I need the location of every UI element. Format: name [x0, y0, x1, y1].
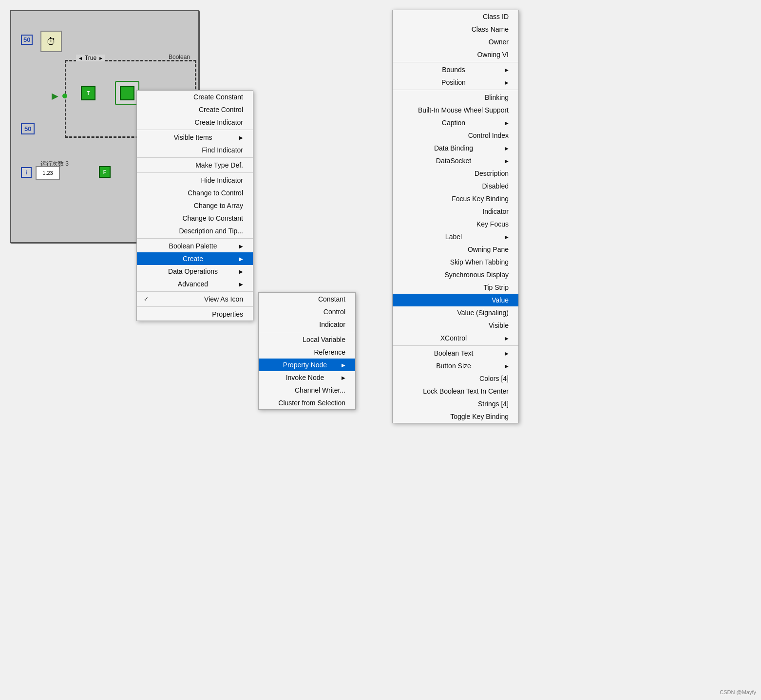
menu-item-description-tip[interactable]: ✓Description and Tip... [137, 225, 253, 237]
menu-separator [393, 90, 518, 90]
create-menu-item-invoke-node[interactable]: ✓Invoke Node▶ [259, 371, 355, 384]
menu-item-create-constant[interactable]: ✓Create Constant [137, 91, 253, 103]
menu-item-label: Position [441, 78, 466, 86]
prop-menu-item-description[interactable]: ✓Description [393, 167, 518, 180]
menu-item-hide-indicator[interactable]: ✓Hide Indicator [137, 174, 253, 187]
prop-menu-item-owner[interactable]: ✓Owner [393, 36, 518, 48]
checkmark-spacer: ✓ [144, 94, 149, 100]
create-menu-item-channel-writer[interactable]: ✓Channel Writer... [259, 384, 355, 397]
checkmark-spacer: ✓ [144, 227, 149, 234]
prop-menu-item-xcontrol[interactable]: ✓XControl▶ [393, 332, 518, 344]
prop-menu-item-lock-boolean-text[interactable]: ✓Lock Boolean Text In Center [393, 385, 518, 397]
f-bool-indicator: F [99, 166, 111, 178]
prop-menu-item-caption[interactable]: ✓Caption▶ [393, 116, 518, 129]
timer-icon: ⏱ [40, 31, 62, 52]
menu-item-label: Lock Boolean Text In Center [423, 387, 509, 395]
prop-menu-item-owning-vi[interactable]: ✓Owning VI [393, 48, 518, 61]
prop-menu-item-blinking[interactable]: ✓Blinking [393, 91, 518, 104]
prop-menu-item-boolean-text[interactable]: ✓Boolean Text▶ [393, 347, 518, 359]
menu-item-label: Synchronous Display [444, 271, 509, 279]
menu-item-label: Change to Array [194, 202, 243, 209]
prop-menu-item-indicator[interactable]: ✓Indicator [393, 205, 518, 218]
prop-menu-item-strings-4[interactable]: ✓Strings [4] [393, 397, 518, 410]
checkmark-spacer: ✓ [144, 243, 149, 249]
prop-menu-item-class-name[interactable]: ✓Class Name [393, 23, 518, 36]
prop-menu-item-disabled[interactable]: ✓Disabled [393, 180, 518, 192]
menu-item-create-indicator[interactable]: ✓Create Indicator [137, 116, 253, 129]
prop-menu-item-toggle-key-binding[interactable]: ✓Toggle Key Binding [393, 410, 518, 423]
prop-menu-item-value[interactable]: ✓Value [393, 294, 518, 306]
create-menu-item-cluster-from-selection[interactable]: ✓Cluster from Selection [259, 397, 355, 409]
create-menu-item-create-constant-sub[interactable]: ✓Constant [259, 293, 355, 305]
checkmark-spacer: ✓ [144, 268, 149, 275]
menu-item-advanced[interactable]: ✓Advanced▶ [137, 278, 253, 290]
checkmark-icon: ✓ [144, 296, 149, 303]
prop-menu-item-visible[interactable]: ✓Visible [393, 319, 518, 332]
checkmark-spacer: ✓ [400, 413, 404, 420]
checkmark-spacer: ✓ [144, 311, 149, 318]
prop-menu-item-colors-4[interactable]: ✓Colors [4] [393, 372, 518, 385]
menu-item-change-to-control[interactable]: ✓Change to Control [137, 187, 253, 199]
create-menu-item-create-control-sub[interactable]: ✓Control [259, 305, 355, 318]
prop-menu-item-owning-pane[interactable]: ✓Owning Pane [393, 243, 518, 256]
menu-item-make-type-def[interactable]: ✓Make Type Def. [137, 159, 253, 171]
menu-item-label: Owning VI [477, 51, 509, 58]
menu-item-label: Find Indicator [202, 146, 243, 154]
checkmark-spacer: ✓ [400, 271, 404, 278]
prop-menu-item-key-focus[interactable]: ✓Key Focus [393, 218, 518, 230]
checkmark-spacer: ✓ [400, 350, 404, 357]
menu-item-label: Create Indicator [194, 118, 243, 126]
menu-item-boolean-palette[interactable]: ✓Boolean Palette▶ [137, 240, 253, 252]
checkmark-spacer: ✓ [144, 147, 149, 153]
prop-menu-item-value-signaling[interactable]: ✓Value (Signaling) [393, 306, 518, 319]
create-menu-item-create-reference[interactable]: ✓Reference [259, 346, 355, 359]
prop-menu-item-button-size[interactable]: ✓Button Size▶ [393, 359, 518, 372]
menu-item-change-to-array[interactable]: ✓Change to Array [137, 199, 253, 212]
create-menu-item-property-node[interactable]: ✓Property Node▶ [259, 359, 355, 371]
menu-item-create[interactable]: ✓Create▶ [137, 252, 253, 265]
prop-menu-item-focus-key-binding[interactable]: ✓Focus Key Binding [393, 192, 518, 205]
create-menu-item-create-indicator-sub[interactable]: ✓Indicator [259, 318, 355, 331]
prop-menu-item-bounds[interactable]: ✓Bounds▶ [393, 63, 518, 76]
submenu-arrow-icon: ▶ [505, 120, 509, 126]
checkmark-spacer: ✓ [400, 309, 404, 316]
prop-menu-item-class-id[interactable]: ✓Class ID [393, 10, 518, 23]
checkmark-spacer: ✓ [400, 388, 404, 395]
prop-menu-item-tip-strip[interactable]: ✓Tip Strip [393, 281, 518, 294]
checkmark-spacer: ✓ [400, 132, 404, 139]
menu-item-label: Reference [314, 348, 345, 356]
create-menu-item-create-local-var[interactable]: ✓Local Variable [259, 333, 355, 346]
prop-menu-item-label[interactable]: ✓Label▶ [393, 230, 518, 243]
menu-item-label: Blinking [485, 94, 509, 101]
menu-item-data-operations[interactable]: ✓Data Operations▶ [137, 265, 253, 278]
menu-item-label: Visible [489, 322, 509, 329]
menu-item-create-control[interactable]: ✓Create Control [137, 103, 253, 116]
menu-item-visible-items[interactable]: ✓Visible Items▶ [137, 131, 253, 144]
prop-menu-item-data-binding[interactable]: ✓Data Binding▶ [393, 142, 518, 154]
menu-item-label: Local Variable [303, 336, 345, 343]
submenu-arrow-icon: ▶ [342, 362, 345, 368]
checkmark-spacer: ✓ [144, 281, 149, 287]
menu-item-change-to-constant[interactable]: ✓Change to Constant [137, 212, 253, 225]
menu-item-label: Built-In Mouse Wheel Support [418, 106, 509, 114]
prop-menu-item-control-index[interactable]: ✓Control Index [393, 129, 518, 142]
checkmark-spacer: ✓ [400, 13, 404, 20]
menu-item-label: Strings [4] [478, 400, 509, 408]
prop-menu-item-datasocket[interactable]: ✓DataSocket▶ [393, 154, 518, 167]
prop-menu-item-synchronous-display[interactable]: ✓Synchronous Display [393, 268, 518, 281]
prop-menu-item-skip-when-tabbing[interactable]: ✓Skip When Tabbing [393, 256, 518, 268]
checkmark-spacer: ✓ [266, 387, 270, 394]
menu-item-label: Boolean Palette [169, 242, 217, 250]
menu-item-properties[interactable]: ✓Properties [137, 308, 253, 321]
menu-item-label: Toggle Key Binding [450, 413, 509, 420]
menu-item-view-as-icon[interactable]: ✓View As Icon [137, 293, 253, 305]
prop-menu-item-built-in-mouse[interactable]: ✓Built-In Mouse Wheel Support [393, 104, 518, 116]
menu-item-label: DataSocket [436, 157, 471, 165]
checkmark-spacer: ✓ [400, 221, 404, 227]
menu-item-label: Change to Constant [182, 214, 243, 222]
submenu-arrow-icon: ▶ [505, 80, 509, 85]
menu-item-find-indicator[interactable]: ✓Find Indicator [137, 144, 253, 156]
menu-item-label: Indicator [319, 321, 345, 328]
checkmark-spacer: ✓ [400, 233, 404, 240]
prop-menu-item-position[interactable]: ✓Position▶ [393, 76, 518, 89]
